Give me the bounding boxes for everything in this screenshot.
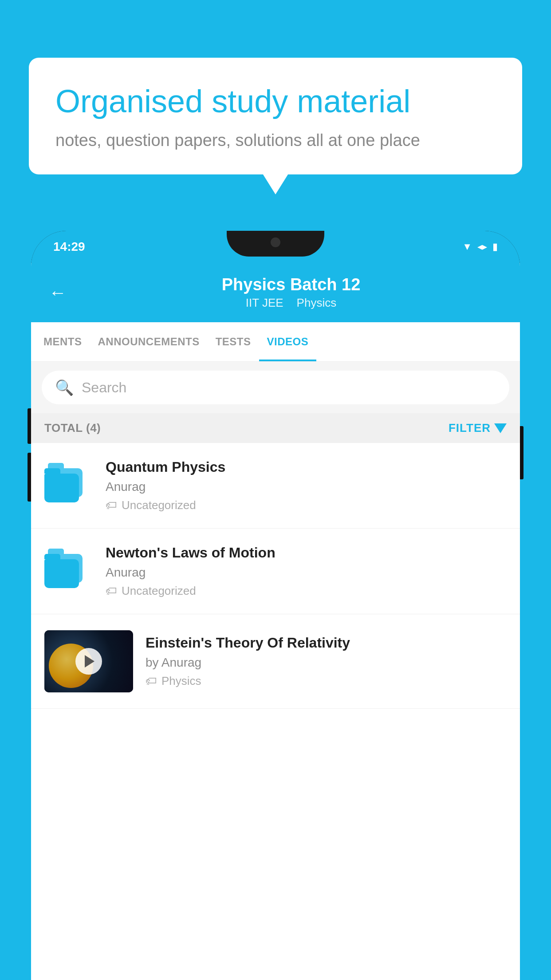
tag-icon: 🏷 [106,584,117,598]
video-title: Einstein's Theory Of Relativity [146,635,507,651]
video-info-quantum: Quantum Physics Anurag 🏷 Uncategorized [106,459,507,512]
camera-notch [271,237,280,247]
tag-icon: 🏷 [146,674,157,688]
folder-front-layer [44,474,79,502]
folder-front-layer [44,559,79,588]
video-info-einstein: Einstein's Theory Of Relativity by Anura… [146,635,507,688]
list-item[interactable]: Newton's Laws of Motion Anurag 🏷 Uncateg… [31,529,520,614]
video-title: Quantum Physics [106,459,507,475]
video-thumbnail-einstein [44,630,133,692]
search-input[interactable]: Search [82,379,126,396]
folder-icon-quantum [44,466,84,506]
video-author: Anurag [106,565,507,580]
header-subtitle: IIT JEE Physics [80,296,502,310]
search-icon: 🔍 [55,379,74,396]
filter-button[interactable]: FILTER [449,421,507,435]
phone-screen: ← Physics Batch 12 IIT JEE Physics MENTS… [31,263,520,980]
video-tag: 🏷 Uncategorized [106,584,507,598]
tab-announcements[interactable]: ANNOUNCEMENTS [90,322,208,361]
status-bar: 14:29 ▼ ◂▸ ▮ [31,231,520,263]
app-header: ← Physics Batch 12 IIT JEE Physics [31,263,520,322]
video-tag: 🏷 Uncategorized [106,498,507,512]
search-box[interactable]: 🔍 Search [42,371,509,404]
folder-thumb-newton [44,551,93,591]
tag-label: Uncategorized [122,584,196,598]
list-item[interactable]: Einstein's Theory Of Relativity by Anura… [31,614,520,709]
subtitle-tag-iitjee: IIT JEE [246,296,283,310]
batch-title: Physics Batch 12 [80,275,502,294]
play-triangle-icon [85,655,94,668]
tab-ments[interactable]: MENTS [35,322,90,361]
filter-funnel-icon [494,423,507,433]
tabs-bar: MENTS ANNOUNCEMENTS TESTS VIDEOS [31,322,520,362]
video-title: Newton's Laws of Motion [106,545,507,561]
subtitle-tag-physics: Physics [297,296,337,310]
tab-tests[interactable]: TESTS [208,322,259,361]
tag-label: Physics [161,674,201,688]
header-title-block: Physics Batch 12 IIT JEE Physics [80,275,502,310]
video-author: Anurag [106,480,507,494]
search-container: 🔍 Search [31,362,520,413]
tab-videos[interactable]: VIDEOS [259,322,317,361]
filter-label: FILTER [449,421,491,435]
total-count: TOTAL (4) [44,421,101,435]
video-tag: 🏷 Physics [146,674,507,688]
play-button[interactable] [75,648,102,675]
wifi-icon: ▼ [462,241,472,253]
speech-bubble: Organised study material notes, question… [29,58,522,174]
video-author: by Anurag [146,656,507,670]
folder-icon-newton [44,551,84,591]
phone-frame: 14:29 ▼ ◂▸ ▮ ← Physics Batch 12 IIT JEE … [31,231,520,980]
tag-icon: 🏷 [106,498,117,512]
speech-bubble-heading: Organised study material [55,82,496,120]
video-list: Quantum Physics Anurag 🏷 Uncategorized [31,443,520,709]
battery-icon: ▮ [492,241,498,253]
speech-bubble-subtext: notes, question papers, solutions all at… [55,131,496,150]
filter-bar: TOTAL (4) FILTER [31,413,520,443]
video-info-newton: Newton's Laws of Motion Anurag 🏷 Uncateg… [106,545,507,598]
signal-icon: ◂▸ [477,241,487,253]
speech-bubble-container: Organised study material notes, question… [29,58,522,174]
status-time: 14:29 [53,240,85,254]
tag-label: Uncategorized [122,498,196,512]
status-icons: ▼ ◂▸ ▮ [462,241,498,253]
folder-thumb-quantum [44,466,93,506]
back-button[interactable]: ← [49,283,67,303]
list-item[interactable]: Quantum Physics Anurag 🏷 Uncategorized [31,443,520,529]
